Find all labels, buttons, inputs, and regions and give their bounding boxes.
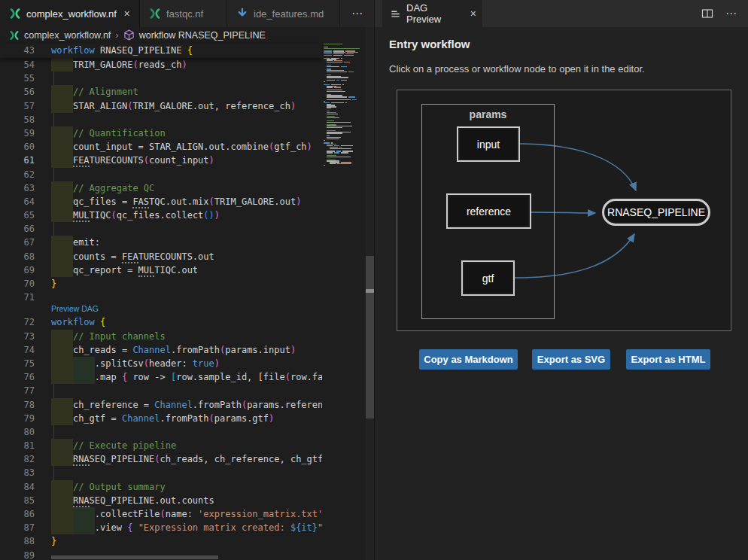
line-number: 87 — [0, 521, 35, 534]
code-line[interactable]: 87 .view { "Expression matrix created: $… — [0, 521, 322, 534]
more-tabs-icon[interactable]: ⋯ — [351, 7, 363, 20]
line-number: 55 — [0, 72, 35, 85]
line-number: 66 — [0, 222, 35, 236]
code-line[interactable]: 82 RNASEQ_PIPELINE(ch_reads, ch_referenc… — [0, 452, 322, 466]
line-number: 78 — [0, 398, 35, 412]
code-line[interactable]: 58 — [0, 113, 322, 126]
line-number: 67 — [0, 236, 35, 249]
code-line[interactable]: 77 — [0, 384, 322, 397]
line-number: 58 — [0, 113, 35, 126]
code-line[interactable]: 57 STAR_ALIGN(TRIM_GALORE.out, reference… — [0, 99, 322, 113]
code-line[interactable]: 69 qc_report = MULTIQC.out — [0, 263, 322, 277]
tab-dag-preview[interactable]: DAG Preview × — [382, 0, 482, 27]
code-line[interactable]: 66 — [0, 222, 322, 236]
code-line[interactable]: 73 // Input channels — [0, 330, 322, 343]
code-line[interactable]: 59 // Quantification — [0, 126, 322, 140]
codelens-preview-dag-link[interactable]: Preview DAG — [0, 304, 322, 315]
close-icon[interactable]: × — [122, 7, 132, 20]
line-number: 64 — [0, 195, 35, 208]
code-line[interactable]: 62 — [0, 168, 322, 181]
list-icon — [390, 8, 401, 20]
close-icon[interactable]: × — [470, 8, 476, 20]
code-line[interactable]: 65 MULTIQC(qc_files.collect()) — [0, 208, 322, 222]
line-number: 63 — [0, 181, 35, 195]
line-number: 80 — [0, 425, 35, 439]
chevron-right-icon: › — [115, 29, 118, 41]
sticky-scroll-line[interactable]: 43workflow RNASEQ_PIPELINE { — [0, 43, 322, 58]
line-number: 61 — [0, 154, 35, 167]
code-line[interactable]: 84 // Output summary — [0, 480, 322, 494]
code-area[interactable]: 54 TRIM_GALORE(reads_ch)5556 // Alignmen… — [0, 58, 322, 560]
vertical-scrollbar[interactable] — [366, 27, 374, 560]
code-line[interactable]: 79 ch_gtf = Channel.fromPath(params.gtf) — [0, 412, 322, 425]
code-line[interactable]: 71 — [0, 291, 322, 304]
code-line[interactable]: 60 count_input = STAR_ALIGN.out.combine(… — [0, 140, 322, 154]
line-number: 89 — [0, 549, 35, 560]
tab-fastqc[interactable]: fastqc.nf — [140, 0, 227, 27]
line-number: 86 — [0, 507, 35, 521]
code-line[interactable]: 86 .collectFile(name: 'expression_matrix… — [0, 507, 322, 521]
dag-preview-panel: DAG Preview × ⋯ Entry workflow Click on … — [374, 0, 748, 560]
dag-diagram: params input reference gtf RNASEQ_PIPELI… — [397, 90, 731, 331]
panel-heading: Entry workflow — [389, 38, 470, 50]
dag-node-gtf[interactable]: gtf — [461, 260, 515, 296]
line-number: 60 — [0, 140, 35, 154]
editor-group: complex_workflow.nf × fastqc.nf ide_feat… — [0, 0, 374, 560]
code-line[interactable]: 74 ch_reads = Channel.fromPath(params.in… — [0, 343, 322, 357]
code-line[interactable]: 56 // Alignment — [0, 85, 322, 99]
dag-node-reference[interactable]: reference — [446, 193, 531, 229]
horizontal-scrollbar[interactable] — [51, 555, 218, 559]
scrollbar-thumb[interactable] — [366, 256, 374, 418]
dag-node-input[interactable]: input — [457, 126, 520, 162]
copy-as-markdown-button[interactable]: Copy as Markdown — [419, 349, 518, 370]
line-number: 79 — [0, 412, 35, 425]
code-line[interactable]: 88} — [0, 534, 322, 548]
code-line[interactable]: 78 ch_reference = Channel.fromPath(param… — [0, 398, 322, 412]
line-number: 88 — [0, 534, 35, 548]
code-line[interactable]: 55 — [0, 72, 322, 85]
code-line[interactable]: 81 // Execute pipeline — [0, 439, 322, 452]
code-line[interactable]: 68 counts = FEATURECOUNTS.out — [0, 250, 322, 263]
export-as-html-button[interactable]: Export as HTML — [626, 349, 710, 370]
line-number: 57 — [0, 99, 35, 113]
line-number: 43 — [0, 44, 35, 57]
code-line[interactable]: 63 // Aggregate QC — [0, 181, 322, 195]
nextflow-icon — [9, 30, 20, 41]
tab-ide-features[interactable]: ide_features.md — [227, 0, 340, 27]
line-number: 75 — [0, 357, 35, 370]
export-as-svg-button[interactable]: Export as SVG — [532, 349, 610, 370]
dag-node-rnaseq-pipeline[interactable]: RNASEQ_PIPELINE — [602, 199, 710, 226]
code-line[interactable]: 54 TRIM_GALORE(reads_ch) — [0, 58, 322, 72]
tab-label: ide_features.md — [254, 8, 324, 20]
code-line[interactable]: 76 .map { row -> [row.sample_id, [file(r… — [0, 370, 322, 384]
breadcrumb-symbol[interactable]: workflow RNASEQ_PIPELINE — [139, 30, 266, 41]
code-line[interactable]: 64 qc_files = FASTQC.out.mix(TRIM_GALORE… — [0, 195, 322, 208]
line-number: 62 — [0, 168, 35, 181]
code-line[interactable]: 67 emit: — [0, 236, 322, 249]
code-line[interactable]: 72workflow { — [0, 315, 322, 329]
code-line[interactable]: 75 .splitCsv(header: true) — [0, 357, 322, 370]
code-line[interactable]: 61 FEATURECOUNTS(count_input) — [0, 154, 322, 167]
line-number: 82 — [0, 452, 35, 466]
tab-label: complex_workflow.nf — [26, 8, 117, 20]
line-number: 59 — [0, 126, 35, 140]
code-line[interactable]: 70} — [0, 277, 322, 291]
breadcrumb: complex_workflow.nf › workflow RNASEQ_PI… — [0, 27, 374, 43]
code-line[interactable]: 43workflow RNASEQ_PIPELINE { — [0, 44, 193, 57]
tab-complex-workflow[interactable]: complex_workflow.nf × — [0, 0, 140, 27]
code-line[interactable]: 80 — [0, 425, 322, 439]
minimap[interactable] — [322, 43, 366, 560]
line-number: 77 — [0, 384, 35, 397]
split-editor-icon[interactable] — [701, 8, 713, 20]
more-actions-icon[interactable]: ⋯ — [725, 7, 737, 20]
line-number: 68 — [0, 250, 35, 263]
line-number: 56 — [0, 85, 35, 99]
line-number: 84 — [0, 480, 35, 494]
nextflow-icon — [9, 8, 21, 20]
code-line[interactable]: 83 — [0, 466, 322, 479]
breadcrumb-file[interactable]: complex_workflow.nf — [24, 30, 111, 41]
code-line[interactable]: 85 RNASEQ_PIPELINE.out.counts — [0, 494, 322, 507]
line-number: 70 — [0, 277, 35, 291]
line-number: 81 — [0, 439, 35, 452]
workflow-symbol-icon — [123, 29, 135, 41]
